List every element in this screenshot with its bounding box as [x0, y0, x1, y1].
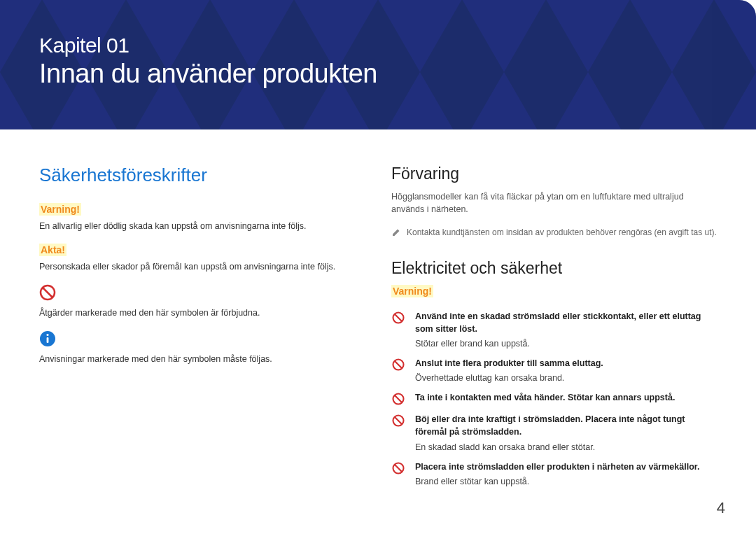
warn-bold: Ta inte i kontakten med våta händer. Stö… [415, 393, 675, 402]
chapter-label: Kapitel 01 [39, 34, 756, 57]
warn-text: Placera inte strömsladden eller produkte… [415, 461, 699, 488]
storage-note-row: Kontakta kundtjänsten om insidan av prod… [391, 227, 717, 239]
svg-line-1 [43, 288, 52, 297]
list-item: Ta inte i kontakten med våta händer. Stö… [391, 391, 717, 406]
prohibit-icon [391, 358, 405, 372]
svg-line-12 [395, 417, 402, 424]
prohibit-icon [391, 311, 405, 325]
warn-plain: Överhettade eluttag kan orsaka brand. [415, 372, 603, 384]
warn-text: Böj eller dra inte kraftigt i strömsladd… [415, 413, 717, 453]
warn-text: Anslut inte flera produkter till samma e… [415, 357, 603, 384]
warn-text: Använd inte en skadad strömsladd eller s… [415, 310, 717, 350]
warn-text: Ta inte i kontakten med våta händer. Stö… [415, 391, 675, 404]
storage-text: Högglansmodeller kan få vita fläckar på … [391, 190, 717, 216]
svg-line-14 [395, 465, 402, 472]
warning-list: Använd inte en skadad strömsladd eller s… [391, 310, 717, 488]
mandatory-block: Anvisningar markerade med den här symbol… [39, 330, 358, 365]
prohibit-icon [391, 414, 405, 428]
storage-heading: Förvaring [391, 164, 717, 183]
warn-bold: Placera inte strömsladden eller produkte… [415, 462, 699, 472]
chapter-banner: Kapitel 01 Innan du använder produkten [0, 0, 756, 129]
prohibit-icon [391, 392, 405, 406]
list-item: Använd inte en skadad strömsladd eller s… [391, 310, 717, 350]
warning-tag: Varning! [39, 203, 81, 216]
mandatory-description: Anvisningar markerade med den här symbol… [39, 353, 358, 365]
svg-line-6 [395, 314, 402, 321]
left-column: Säkerhetsföreskrifter Varning! En allvar… [39, 164, 358, 495]
prohibit-block: Åtgärder markerade med den här symbolen … [39, 284, 358, 319]
prohibit-icon [391, 461, 405, 475]
right-column: Förvaring Högglansmodeller kan få vita f… [391, 164, 717, 495]
pencil-icon [391, 227, 401, 237]
svg-rect-3 [47, 337, 49, 343]
storage-note-text: Kontakta kundtjänsten om insidan av prod… [407, 227, 717, 239]
page-number: 4 [717, 499, 725, 517]
list-item: Anslut inte flera produkter till samma e… [391, 357, 717, 384]
info-icon [39, 330, 56, 347]
warn-plain: Stötar eller brand kan uppstå. [415, 337, 717, 350]
elec-warning-tag: Varning! [391, 285, 433, 297]
svg-line-10 [395, 395, 402, 402]
warn-plain: En skadad sladd kan orsaka brand eller s… [415, 441, 717, 454]
warn-plain: Brand eller stötar kan uppstå. [415, 475, 699, 488]
svg-point-4 [46, 334, 48, 336]
warn-bold: Anslut inte flera produkter till samma e… [415, 358, 603, 368]
list-item: Böj eller dra inte kraftigt i strömsladd… [391, 413, 717, 453]
warning-description: En allvarlig eller dödlig skada kan upps… [39, 220, 358, 232]
safety-heading: Säkerhetsföreskrifter [39, 164, 358, 186]
warn-bold: Använd inte en skadad strömsladd eller s… [415, 311, 701, 334]
banner-text-block: Kapitel 01 Innan du använder produkten [0, 0, 756, 89]
content-area: Säkerhetsföreskrifter Varning! En allvar… [0, 129, 756, 495]
warn-bold: Böj eller dra inte kraftigt i strömsladd… [415, 414, 685, 437]
prohibit-icon [39, 284, 56, 301]
list-item: Placera inte strömsladden eller produkte… [391, 461, 717, 488]
caution-description: Personskada eller skador på föremål kan … [39, 260, 358, 273]
caution-tag: Akta! [39, 244, 66, 256]
chapter-title: Innan du använder produkten [39, 59, 756, 89]
prohibit-description: Åtgärder markerade med den här symbolen … [39, 307, 358, 319]
svg-line-8 [395, 361, 402, 368]
electricity-heading: Elektricitet och säkerhet [391, 259, 717, 278]
